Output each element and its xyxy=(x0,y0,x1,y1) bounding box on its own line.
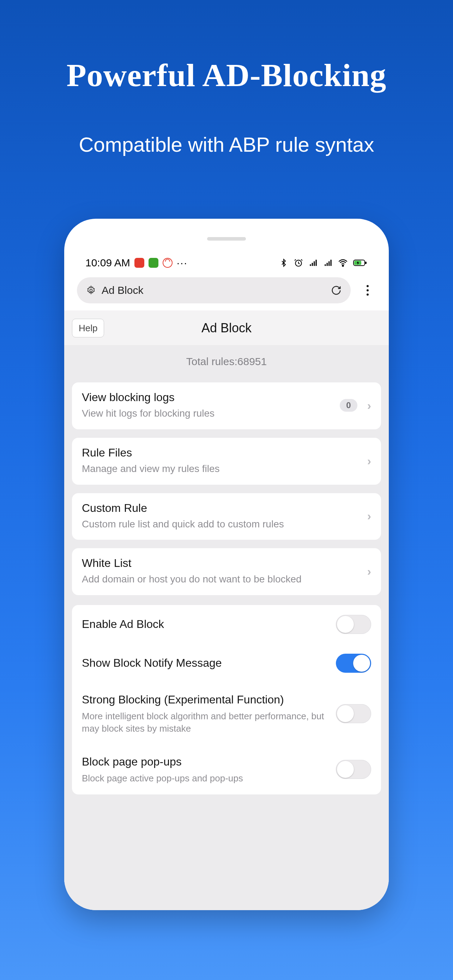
tab-label: Ad Block xyxy=(102,284,143,296)
page-header: Help Ad Block xyxy=(64,310,389,346)
alarm-icon xyxy=(294,258,304,268)
switch-enable-adblock[interactable] xyxy=(336,615,371,634)
chevron-right-icon: › xyxy=(367,454,371,468)
signal-1-icon xyxy=(308,258,318,268)
chevron-right-icon: › xyxy=(367,399,371,412)
switch-title: Block page pop-ups xyxy=(82,754,329,769)
speaker-slot xyxy=(207,237,246,240)
page-title: Ad Block xyxy=(202,321,251,336)
notif-badge-3-icon xyxy=(163,258,173,268)
item-title: White List xyxy=(82,557,360,570)
switches-section: Enable Ad Block Show Block Notify Messag… xyxy=(72,605,381,794)
item-white-list[interactable]: White List Add domain or host you do not… xyxy=(72,548,381,595)
switch-block-popups[interactable] xyxy=(336,760,371,779)
switch-sub: More intelligent block algorithm and bet… xyxy=(82,710,329,735)
switch-row-notify: Show Block Notify Message xyxy=(72,644,381,682)
total-rules-row: Total rules: 68951 xyxy=(64,346,389,377)
status-time: 10:09 AM xyxy=(85,257,130,269)
switch-notify[interactable] xyxy=(336,654,371,673)
switch-row-strong-blocking: Strong Blocking (Experimental Function) … xyxy=(72,682,381,745)
logs-badge-count: 0 xyxy=(340,399,357,412)
item-rule-files[interactable]: Rule Files Manage and view my rules file… xyxy=(72,438,381,485)
wifi-icon xyxy=(338,258,348,268)
svg-point-1 xyxy=(342,265,343,266)
switch-title: Enable Ad Block xyxy=(82,617,329,632)
help-button[interactable]: Help xyxy=(72,318,104,337)
phone-frame: 10:09 AM ··· xyxy=(64,219,389,910)
more-menu-button[interactable] xyxy=(359,282,376,299)
total-rules-count: 68951 xyxy=(237,356,267,368)
hero-title: Powerful AD-Blocking xyxy=(0,0,453,94)
chevron-right-icon: › xyxy=(367,509,371,523)
chevron-right-icon: › xyxy=(367,565,371,578)
switch-row-enable-adblock: Enable Ad Block xyxy=(72,605,381,644)
battery-icon xyxy=(353,258,368,268)
switch-strong-blocking[interactable] xyxy=(336,704,371,723)
item-view-logs[interactable]: View blocking logs View hit logs for blo… xyxy=(72,382,381,430)
notif-badge-2-icon xyxy=(149,258,158,268)
signal-2-icon xyxy=(323,258,333,268)
svg-rect-3 xyxy=(365,262,367,264)
item-title: View blocking logs xyxy=(82,391,333,404)
address-tab[interactable]: Ad Block xyxy=(77,277,351,303)
item-title: Rule Files xyxy=(82,446,360,459)
browser-topbar: Ad Block xyxy=(75,277,378,303)
statusbar-left: 10:09 AM ··· xyxy=(85,257,188,269)
item-sub: View hit logs for blocking rules xyxy=(82,407,333,420)
settings-list: View blocking logs View hit logs for blo… xyxy=(64,377,389,910)
refresh-icon[interactable] xyxy=(331,285,342,296)
item-sub: Add domain or host you do not want to be… xyxy=(82,573,360,586)
svg-point-5 xyxy=(90,289,92,292)
status-more-icon: ··· xyxy=(177,257,188,269)
total-rules-label: Total rules: xyxy=(186,356,237,368)
statusbar-right xyxy=(279,258,368,268)
hero-subtitle: Compatible with ABP rule syntax xyxy=(0,133,453,156)
statusbar: 10:09 AM ··· xyxy=(64,257,389,269)
item-sub: Manage and view my rules files xyxy=(82,462,360,476)
switch-title: Strong Blocking (Experimental Function) xyxy=(82,692,329,707)
gear-icon xyxy=(86,285,96,295)
switch-sub: Block page active pop-ups and pop-ups xyxy=(82,772,329,784)
notif-badge-1-icon xyxy=(134,258,144,268)
switch-row-block-popups: Block page pop-ups Block page active pop… xyxy=(72,745,381,794)
switch-title: Show Block Notify Message xyxy=(82,656,329,671)
item-title: Custom Rule xyxy=(82,502,360,515)
item-sub: Custom rule list and quick add to custom… xyxy=(82,517,360,531)
item-custom-rule[interactable]: Custom Rule Custom rule list and quick a… xyxy=(72,493,381,540)
bluetooth-icon xyxy=(279,258,289,268)
